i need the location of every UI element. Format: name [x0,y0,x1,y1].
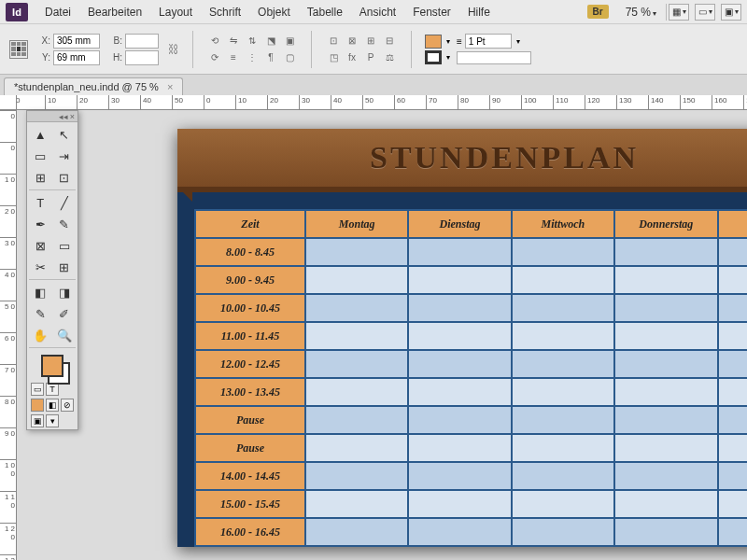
schedule-cell[interactable] [512,518,614,546]
view-options-icon[interactable]: ▦▾ [669,4,689,21]
schedule-cell[interactable] [614,378,717,406]
fill-stroke-swatches[interactable] [27,351,78,381]
close-icon[interactable]: × [167,81,173,92]
schedule-cell[interactable] [614,350,717,378]
schedule-cell[interactable] [408,490,511,518]
schedule-cell[interactable] [614,322,717,350]
apply-color-icon[interactable] [31,399,44,412]
schedule-cell[interactable] [614,518,717,546]
tab-document[interactable]: *stundenplan_neu.indd @ 75 % × [4,77,183,95]
schedule-cell[interactable] [305,518,408,546]
schedule-cell[interactable] [408,434,511,462]
x-field[interactable] [53,34,100,49]
gradient-feather-tool[interactable]: ◨ [53,282,77,302]
schedule-cell[interactable] [718,462,747,490]
schedule-cell[interactable] [512,378,614,406]
menu-schrift[interactable]: Schrift [202,3,248,21]
screen-mode-icon[interactable]: ▭▾ [695,4,715,21]
distribute-icon[interactable]: ⋮ [244,50,261,65]
schedule-cell[interactable] [512,294,614,322]
schedule-cell[interactable] [305,434,408,462]
bridge-badge[interactable]: Br [587,5,609,19]
schedule-cell[interactable] [408,294,511,322]
stroke-style-field[interactable] [457,51,531,64]
schedule-cell[interactable] [614,462,717,490]
document-page[interactable]: STUNDENPLAN ZeitMontagDienstagMittwochDo… [177,129,747,547]
schedule-cell[interactable] [614,266,717,294]
gradient-swatch-tool[interactable]: ◧ [29,282,52,302]
schedule-cell[interactable] [408,518,511,546]
schedule-cell[interactable] [512,266,614,294]
center-content-icon[interactable]: ⊞ [362,34,379,49]
line-tool[interactable]: ╱ [53,192,77,213]
time-cell[interactable]: 13.00 - 13.45 [195,378,305,406]
rectangle-tool[interactable]: ▭ [53,235,77,256]
schedule-cell[interactable] [408,350,511,378]
corner-options-icon[interactable]: ◳ [325,50,342,65]
rectangle-frame-tool[interactable]: ⊠ [29,235,52,256]
p-icon[interactable]: P [362,50,379,65]
menu-objekt[interactable]: Objekt [250,3,298,21]
schedule-cell[interactable] [718,322,747,350]
vertical-ruler[interactable]: 001 02 03 04 05 06 07 08 09 01 0 01 1 01… [0,110,17,560]
schedule-cell[interactable] [614,406,717,434]
hand-tool[interactable]: ✋ [29,325,52,345]
balance-icon[interactable]: ⚖ [381,50,398,65]
schedule-cell[interactable] [512,490,614,518]
scissors-tool[interactable]: ✂ [29,257,52,277]
schedule-cell[interactable] [408,378,511,406]
time-cell[interactable]: 16.00 - 16.45 [195,518,305,546]
column-header[interactable]: Montag [305,210,408,238]
time-cell[interactable]: 11.00 - 11.45 [195,322,305,350]
schedule-cell[interactable] [305,406,408,434]
schedule-cell[interactable] [614,238,717,266]
menu-layout[interactable]: Layout [151,3,200,21]
schedule-cell[interactable] [512,462,614,490]
text-wrap-icon[interactable]: ¶ [262,50,279,65]
schedule-cell[interactable] [305,350,408,378]
column-header[interactable]: F [718,210,747,238]
fill-color-swatch[interactable] [41,355,63,377]
page-tool[interactable]: ▭ [29,146,52,166]
time-cell[interactable]: 10.00 - 10.45 [195,294,305,322]
selection-tool[interactable]: ▲ [29,124,52,145]
time-cell[interactable]: 9.00 - 9.45 [195,266,305,294]
menu-datei[interactable]: Datei [37,3,78,21]
type-tool[interactable]: T [29,192,52,213]
fill-frame-icon[interactable]: ⊟ [381,34,398,49]
schedule-cell[interactable] [718,350,747,378]
column-header[interactable]: Dienstag [408,210,511,238]
chevron-down-icon[interactable]: ▾ [516,37,520,46]
collapse-icon[interactable]: ◂◂ [59,112,68,121]
fill-swatch[interactable] [425,35,442,49]
content-collector-tool[interactable]: ⊞ [29,167,52,188]
eyedropper-tool[interactable]: ✐ [53,303,77,324]
schedule-table[interactable]: ZeitMontagDienstagMittwochDonnerstagF 8.… [194,209,747,547]
time-cell[interactable]: 14.00 - 14.45 [195,462,305,490]
time-cell[interactable]: 12.00 - 12.45 [195,350,305,378]
schedule-cell[interactable] [408,238,511,266]
column-header[interactable]: Mittwoch [512,210,614,238]
schedule-cell[interactable] [408,266,511,294]
schedule-cell[interactable] [718,378,747,406]
schedule-cell[interactable] [305,322,408,350]
apply-gradient-icon[interactable]: ◧ [46,399,59,412]
schedule-cell[interactable] [718,266,747,294]
schedule-cell[interactable] [305,490,408,518]
schedule-cell[interactable] [718,518,747,546]
align-icon[interactable]: ≡ [225,50,242,65]
rotate-icon[interactable]: ⟲ [206,34,223,49]
schedule-cell[interactable] [614,490,717,518]
schedule-cell[interactable] [305,294,408,322]
width-field[interactable] [125,34,159,49]
fit-content-icon[interactable]: ⊡ [325,34,342,49]
schedule-cell[interactable] [718,294,747,322]
schedule-cell[interactable] [305,238,408,266]
arrange-icon[interactable]: ▣▾ [721,4,741,21]
schedule-cell[interactable] [408,462,511,490]
apply-none-icon[interactable]: ⊘ [61,399,74,412]
pen-tool[interactable]: ✒ [29,214,52,234]
column-header[interactable]: Zeit [195,210,305,238]
rotate-ccw-icon[interactable]: ⟳ [206,50,223,65]
canvas[interactable]: STUNDENPLAN ZeitMontagDienstagMittwochDo… [17,110,747,560]
